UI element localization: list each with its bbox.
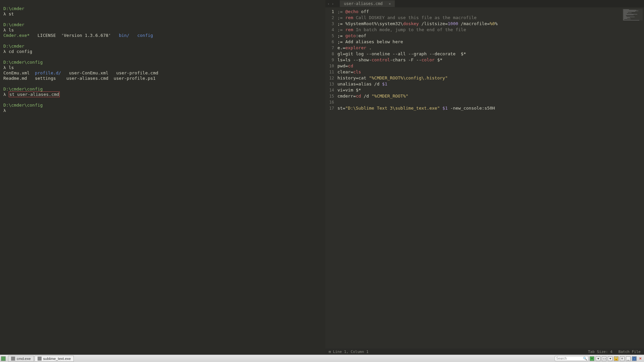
tray-close-icon[interactable]: ✕ <box>638 356 643 361</box>
task-label: cmd.exe <box>17 357 31 361</box>
nav-back-icon[interactable]: ‹ <box>327 2 330 6</box>
search-icon: 🔍 <box>583 357 587 360</box>
nav-arrows: ‹ › <box>327 2 334 6</box>
tab-title: user-aliases.cmd <box>344 1 383 6</box>
editor-pane: ‹ › user-aliases.cmd × 12345678910111213… <box>325 0 644 355</box>
close-icon[interactable]: × <box>389 2 391 6</box>
taskbar-item[interactable]: sublime_text.exe <box>35 356 74 362</box>
file-tab[interactable]: user-aliases.cmd × <box>340 0 395 7</box>
line-gutter: 1234567891011121314151617 <box>325 7 337 349</box>
tray-split-dropdown-icon[interactable]: ▾ <box>608 356 612 361</box>
switch-file-icon[interactable]: ⊞ <box>329 350 331 354</box>
status-syntax[interactable]: Batch File <box>619 350 641 354</box>
status-cursor: Line 1, Column 1 <box>333 350 369 354</box>
tray-split-icon[interactable]: ▭ <box>602 356 606 361</box>
main-area: D:\cmder λ st D:\cmder λ ls Cmder.exe* L… <box>0 0 644 355</box>
terminal-pane[interactable]: D:\cmder λ st D:\cmder λ ls Cmder.exe* L… <box>0 0 325 355</box>
taskbar-left: cmd.exesublime_text.exe <box>0 356 74 362</box>
taskbar-search[interactable]: Search 🔍 <box>555 356 588 361</box>
tray-add-icon[interactable]: + <box>590 356 594 361</box>
start-button[interactable] <box>1 356 6 361</box>
code-area[interactable]: ;= @echo off ;= rem Call DOSKEY and use … <box>337 7 644 349</box>
tray-settings-icon[interactable]: ≡ <box>620 356 625 361</box>
editor-body: 1234567891011121314151617 ;= @echo off ;… <box>325 7 644 349</box>
task-label: sublime_text.exe <box>43 357 71 361</box>
editor-tabbar: ‹ › user-aliases.cmd × <box>325 0 644 7</box>
tray-minimize-icon[interactable]: _ <box>626 356 631 361</box>
tray-dropdown-icon[interactable]: ▾ <box>596 356 600 361</box>
editor-statusbar: ⊞ Line 1, Column 1 Tab Size: 4 Batch Fil… <box>325 349 644 355</box>
status-tabsize[interactable]: Tab Size: 4 <box>588 350 612 354</box>
taskbar-right: Search 🔍 + ▾ ▭ ▾ 🔒 ≡ _ ▢ ✕ <box>555 356 644 361</box>
taskbar-item[interactable]: cmd.exe <box>8 356 34 362</box>
tray-lock-icon[interactable]: 🔒 <box>614 356 619 361</box>
app-icon <box>38 357 42 361</box>
tray-maximize-icon[interactable]: ▢ <box>632 356 637 361</box>
app-icon <box>11 357 15 361</box>
search-placeholder: Search <box>556 357 567 360</box>
taskbar: cmd.exesublime_text.exe Search 🔍 + ▾ ▭ ▾… <box>0 355 644 362</box>
minimap[interactable] <box>623 9 643 20</box>
nav-forward-icon[interactable]: › <box>332 2 334 6</box>
